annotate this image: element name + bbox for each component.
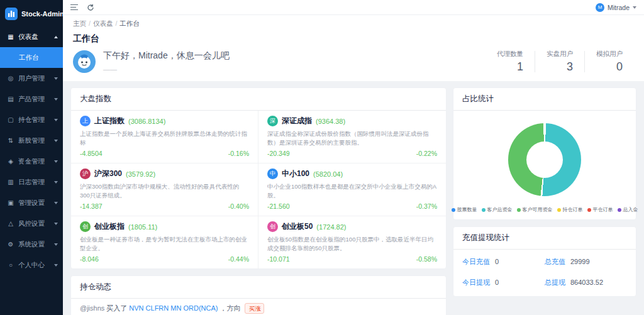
index-card-sme100: 中 中小100 (5820.04) 中小企业100指数样本也是都是在深交所中小企…: [258, 163, 446, 216]
greeting-text: 下午好，Mitrade，休息一会儿吧: [103, 50, 230, 62]
app-logo: Stock-Admin: [0, 0, 63, 26]
risk-icon: △: [6, 220, 15, 227]
stat-today-withdraw: 今日提现 0: [462, 278, 545, 287]
header-stats: 代理数量 1 实盘用户 3 模拟用户 0: [486, 50, 634, 74]
chart-legend: 股票数量 客户总资金 客户可用资金: [460, 206, 630, 213]
sidebar-item-risk-settings[interactable]: △ 风控设置: [0, 213, 63, 234]
legend-dot: [587, 208, 591, 212]
app-root: Stock-Admin ▦ 仪表盘 工作台 ◎ 用户管理 ▤ 产品管理: [0, 0, 644, 315]
panel-position-feed: 持仓动态 @jishns 买入了 NVN CLFRN MN ORD(NCA) ，…: [70, 275, 447, 315]
index-change-pct: -0.40%: [228, 202, 249, 210]
user-menu[interactable]: M Mitrade: [596, 3, 636, 12]
index-icon: 上: [80, 116, 91, 126]
sidebar-item-dashboard[interactable]: ▦ 仪表盘: [0, 26, 63, 47]
app-title: Stock-Admin: [21, 10, 64, 18]
index-icon: 创: [267, 221, 278, 232]
admin-settings-icon: ▣: [6, 199, 15, 206]
sidebar-item-system-settings[interactable]: ⚙ 系统设置: [0, 234, 63, 255]
index-change-pct: -0.37%: [416, 202, 437, 210]
position-item: @jishns 买入了 NVN CLFRN MN ORD(NCA) ，方向 买涨…: [71, 299, 446, 315]
breadcrumb: 主页/仪表盘/工作台: [73, 19, 634, 28]
legend-item-closed-orders[interactable]: 平仓订单: [587, 206, 613, 213]
user-avatar: M: [596, 3, 604, 12]
panel-market-indices-title: 大盘指数: [71, 88, 446, 111]
panel-ratio-stats-title: 占比统计: [453, 88, 636, 111]
page-title: 工作台: [73, 33, 634, 45]
legend-item-open-orders[interactable]: 持仓订单: [557, 206, 583, 213]
page-header: 主页/仪表盘/工作台 工作台: [63, 15, 644, 81]
breadcrumb-home[interactable]: 主页: [73, 19, 86, 27]
panel-deposit-stats-title: 充值提现统计: [453, 227, 636, 250]
stat-total-withdraw: 总提现 864033.52: [545, 278, 627, 287]
legend-dot: [452, 208, 455, 212]
index-icon: 沪: [80, 169, 91, 179]
panel-market-indices: 大盘指数 上 上证指数 (3086.8134) 上证指数是一个反映上海证券交易所…: [70, 87, 447, 269]
positions-icon: ▢: [6, 116, 15, 123]
legend-item-total-deposit[interactable]: 总入金: [618, 206, 638, 213]
index-card-sse: 上 上证指数 (3086.8134) 上证指数是一个反映上海证券交易所挂牌股票总…: [71, 111, 258, 163]
stat-total-deposit: 总充值 29999: [545, 257, 627, 267]
index-change-pct: -0.16%: [228, 150, 249, 157]
legend-dot: [618, 208, 621, 212]
legend-item-total-funds[interactable]: 客户总资金: [482, 206, 513, 213]
index-card-csi300: 沪 沪深300 (3579.92) 沪深300指数由沪深市场中规模大、流动性好的…: [71, 163, 258, 216]
sidebar-item-users[interactable]: ◎ 用户管理: [0, 68, 63, 89]
panel-deposit-stats: 充值提现统计 今日充值 0 总充值 29999 今日提现: [453, 226, 636, 297]
direction-badge: 买涨: [245, 303, 264, 314]
refresh-icon[interactable]: [87, 4, 94, 11]
new-stocks-icon: ⇅: [6, 137, 15, 144]
panel-position-feed-title: 持仓动态: [71, 276, 446, 299]
chevron-down-icon: [633, 6, 636, 9]
chevron-up-icon: [54, 36, 58, 38]
index-change: -14.387: [80, 202, 103, 210]
index-change: -8.046: [80, 255, 99, 263]
chevron-down-icon: [54, 77, 58, 80]
stat-today-deposit: 今日充值 0: [462, 257, 545, 267]
breadcrumb-current: 工作台: [119, 19, 140, 27]
dashboard-icon: ▦: [6, 33, 15, 40]
stat-demo-users: 模拟用户 0: [585, 50, 634, 74]
stock-link[interactable]: NVN CLFRN MN ORD(NCA): [129, 304, 218, 312]
breadcrumb-dashboard[interactable]: 仪表盘: [93, 19, 113, 27]
index-icon: 中: [267, 169, 278, 179]
donut-chart: [508, 123, 581, 196]
logs-icon: ▥: [6, 179, 15, 185]
chevron-down-icon: [54, 223, 58, 225]
sidebar-subitem-workbench[interactable]: 工作台: [0, 47, 63, 68]
sidebar-item-profile[interactable]: ○ 个人中心: [0, 255, 63, 275]
legend-item-stock-count[interactable]: 股票数量: [452, 206, 477, 213]
index-change-pct: -0.22%: [416, 150, 437, 157]
chevron-down-icon: [54, 119, 58, 121]
stat-agents: 代理数量 1: [486, 50, 535, 74]
position-user: @jishns: [80, 304, 104, 312]
app-logo-icon: [5, 8, 18, 20]
sidebar-item-admin-settings[interactable]: ▣ 管理设置: [0, 192, 63, 213]
users-icon: ◎: [6, 75, 15, 82]
gear-icon: ⚙: [6, 241, 15, 248]
chevron-down-icon: [54, 243, 58, 246]
sidebar-item-logs[interactable]: ▥ 日志管理: [0, 172, 63, 192]
greeting-avatar: [73, 50, 96, 73]
chevron-down-icon: [54, 181, 58, 184]
sidebar-item-products[interactable]: ▤ 产品管理: [0, 89, 63, 109]
sidebar-item-funds[interactable]: ◈ 资金管理: [0, 151, 63, 172]
sidebar-menu: ▦ 仪表盘 工作台 ◎ 用户管理 ▤ 产品管理 ▢ 持仓管理: [0, 26, 63, 315]
index-change: -10.071: [267, 255, 290, 263]
legend-dot: [517, 208, 521, 212]
index-icon: 深: [267, 116, 278, 126]
collapse-sidebar-icon[interactable]: [70, 4, 78, 11]
greeting-subtext: ——: [103, 65, 230, 73]
username: Mitrade: [608, 4, 630, 11]
sidebar-item-positions[interactable]: ▢ 持仓管理: [0, 109, 63, 130]
index-card-szse: 深 深证成指 (9364.38) 深证成指全称深证成份股价指数（国际惯用叫法是深…: [258, 111, 446, 163]
products-icon: ▤: [6, 96, 15, 102]
sidebar-item-new-stocks[interactable]: ⇅ 新股管理: [0, 130, 63, 151]
legend-item-available-funds[interactable]: 客户可用资金: [517, 206, 553, 213]
main-area: M Mitrade 主页/仪表盘/工作台 工作台: [63, 0, 644, 315]
legend-dot: [557, 208, 561, 212]
chevron-down-icon: [54, 202, 58, 204]
index-change: -4.8504: [80, 150, 103, 157]
chevron-down-icon: [54, 98, 58, 101]
page-content: 主页/仪表盘/工作台 工作台: [63, 15, 644, 315]
index-card-chinext: 创 创业板指 (1805.11) 创业板是一种证券市场，是专为暂时无法在主板市场…: [71, 216, 258, 268]
